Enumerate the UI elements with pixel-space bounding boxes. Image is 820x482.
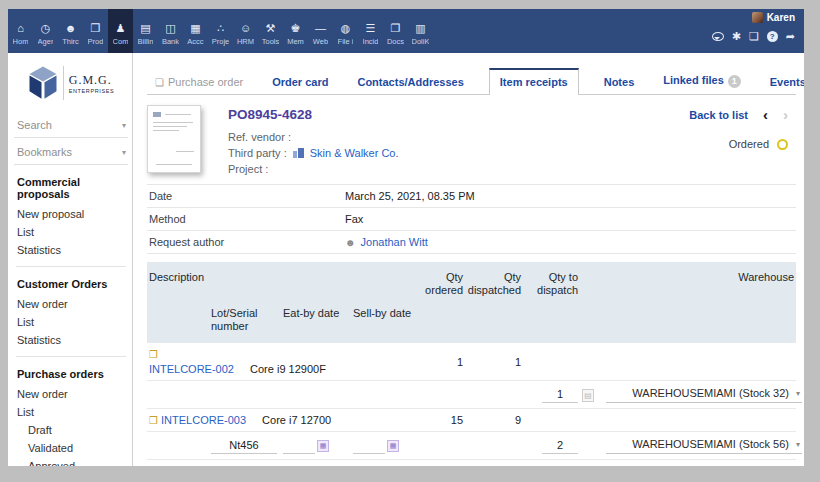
menu-label: Bank xyxy=(162,37,179,46)
eat-by-date-input[interactable] xyxy=(283,438,315,454)
qty-dispatched-value: 1 xyxy=(465,343,523,381)
product-label: Core i7 12700 xyxy=(262,414,331,426)
col-header-sell-by-date: Sell-by date xyxy=(351,301,423,343)
col-header-qty-to-dispatch: Qty to dispatch xyxy=(523,262,580,301)
menu-label: Tools xyxy=(262,37,280,46)
sidebar-item-new-purchase-order[interactable]: New order xyxy=(14,385,128,403)
menu-item-agenda[interactable]: ◷Ager xyxy=(33,9,58,53)
col-header-description: Description xyxy=(147,262,423,301)
next-record-icon[interactable]: › xyxy=(783,109,788,121)
menu-item-file-manager[interactable]: ◍File i xyxy=(333,9,358,53)
menu-item-third-parties[interactable]: ☻Thirc xyxy=(58,9,83,53)
product-ref-link[interactable]: INTELCORE-002 xyxy=(149,363,234,375)
split-line-icon[interactable]: ▤ xyxy=(582,389,594,402)
tab-notes[interactable]: Notes xyxy=(600,69,639,94)
previous-record-icon[interactable]: ‹ xyxy=(763,109,768,121)
sidebar-item-customer-orders-list[interactable]: List xyxy=(14,313,128,331)
qty-dispatched-value: 9 xyxy=(465,409,523,432)
product-package-icon: ❒ xyxy=(149,349,158,360)
sidebar-item-approved[interactable]: Approved xyxy=(14,457,128,466)
logo-title: G.M.G. xyxy=(69,73,114,88)
section-title-customer-orders: Customer Orders xyxy=(14,267,128,295)
products-icon: ❒ xyxy=(91,22,101,37)
detail-label: Date xyxy=(149,190,345,202)
help-icon[interactable]: ? xyxy=(767,31,778,42)
bank-icon: ◫ xyxy=(165,22,175,37)
calendar-icon[interactable]: ▦ xyxy=(317,440,329,452)
menu-item-products[interactable]: ❒Prod xyxy=(83,9,108,53)
menu-item-accounting[interactable]: ▦Accc xyxy=(183,9,208,53)
menu-item-home[interactable]: ⌂Hom xyxy=(8,9,33,53)
qty-to-dispatch-input[interactable] xyxy=(542,438,578,454)
user-icon: ☻ xyxy=(345,237,356,248)
chevron-down-icon: ▾ xyxy=(796,389,800,398)
tab-label: Purchase order xyxy=(168,76,243,88)
sidebar-item-new-customer-order[interactable]: New order xyxy=(14,295,128,313)
menu-item-docs[interactable]: ❐Docs xyxy=(383,9,408,53)
sell-by-date-input[interactable] xyxy=(353,438,385,454)
calendar-icon[interactable]: ▦ xyxy=(387,440,399,452)
back-to-list-link[interactable]: Back to list xyxy=(689,109,748,121)
main-content: ❏ Purchase order Order card Contacts/Add… xyxy=(133,53,804,466)
sidebar-item-proposals-statistics[interactable]: Statistics xyxy=(14,241,128,259)
menu-label: HRM xyxy=(237,37,254,46)
bookmarks-dropdown[interactable]: Bookmarks ▾ xyxy=(14,138,128,165)
menu-label: Web xyxy=(313,37,328,46)
chat-bubble-icon[interactable] xyxy=(712,32,724,41)
project-label: Project : xyxy=(228,163,268,175)
menu-label: Accc xyxy=(187,37,203,46)
product-ref-link[interactable]: INTELCORE-003 xyxy=(161,414,246,426)
detail-label: Method xyxy=(149,213,345,225)
third-party-link[interactable]: Skin & Walker Co. xyxy=(310,147,399,159)
menu-item-website[interactable]: ―Web xyxy=(308,9,333,53)
qty-to-dispatch-input[interactable] xyxy=(542,387,578,403)
menu-item-hrm[interactable]: ☺HRM xyxy=(233,9,258,53)
warehouse-select[interactable]: WAREHOUSENEWYORK (Stock 89) ▾ xyxy=(606,465,802,466)
tab-events-agenda[interactable]: Events/Agenda xyxy=(766,69,804,94)
tab-item-receipts[interactable]: Item receipts xyxy=(489,68,579,95)
sidebar-item-proposals-list[interactable]: List xyxy=(14,223,128,241)
tab-purchase-order-doc[interactable]: ❏ Purchase order xyxy=(151,69,247,94)
menu-item-members[interactable]: ♚Mem xyxy=(283,9,308,53)
logout-icon[interactable]: ➦ xyxy=(786,30,795,42)
sidebar-item-draft[interactable]: Draft xyxy=(14,421,128,439)
menu-item-billing[interactable]: ▤Billin xyxy=(133,9,158,53)
search-dropdown-label: Search xyxy=(17,119,52,131)
tab-label: Linked files xyxy=(663,74,724,86)
bug-icon[interactable]: ✱ xyxy=(732,30,741,42)
chevron-down-icon: ▾ xyxy=(122,148,126,157)
col-header-warehouse: Warehouse xyxy=(604,262,796,301)
menu-item-dolikiosk[interactable]: ▥DoliK xyxy=(408,9,433,53)
menu-label: Mem xyxy=(287,37,304,46)
item-receipts-table: Description Qty ordered Qty dispatched Q… xyxy=(147,262,796,466)
menu-item-commerce[interactable]: ♟Com xyxy=(108,9,133,53)
sidebar-item-customer-orders-statistics[interactable]: Statistics xyxy=(14,331,128,349)
printer-icon[interactable]: ❏ xyxy=(749,30,759,42)
tab-linked-files[interactable]: Linked files1 xyxy=(659,67,745,94)
commerce-icon: ♟ xyxy=(116,22,126,37)
menu-item-bank[interactable]: ◫Bank xyxy=(158,9,183,53)
request-author-link[interactable]: Jonathan Witt xyxy=(361,236,428,248)
menu-item-tools[interactable]: ⚒Tools xyxy=(258,9,283,53)
lot-serial-input[interactable] xyxy=(211,438,277,454)
dispatch-row: ▤ WAREHOUSEMIAMI (Stock 32) ▾ xyxy=(147,381,796,409)
search-dropdown[interactable]: Search ▾ xyxy=(14,111,128,138)
warehouse-select[interactable]: WAREHOUSEMIAMI (Stock 56) ▾ xyxy=(606,437,802,454)
sidebar-item-validated[interactable]: Validated xyxy=(14,439,128,457)
menu-label: File i xyxy=(338,37,354,46)
product-label: Core i9 12900F xyxy=(250,363,326,375)
menu-item-incidents[interactable]: ☰Incid xyxy=(358,9,383,53)
tab-contacts-addresses[interactable]: Contacts/Addresses xyxy=(353,69,467,94)
document-thumbnail[interactable] xyxy=(147,105,201,173)
avatar xyxy=(752,12,763,23)
sidebar-item-purchase-orders-list[interactable]: List xyxy=(14,403,128,421)
menu-label: Hom xyxy=(13,37,29,46)
sidebar-item-new-proposal[interactable]: New proposal xyxy=(14,205,128,223)
tab-order-card[interactable]: Order card xyxy=(268,69,332,94)
menu-item-projects[interactable]: ∴Proje xyxy=(208,9,233,53)
user-menu[interactable]: Karen xyxy=(712,12,795,23)
warehouse-select[interactable]: WAREHOUSEMIAMI (Stock 32) ▾ xyxy=(606,386,802,403)
detail-row-date: Date March 25, 2021, 08.35 PM xyxy=(147,185,796,208)
status-ordered-icon xyxy=(777,139,788,150)
menu-label: Proje xyxy=(212,37,230,46)
